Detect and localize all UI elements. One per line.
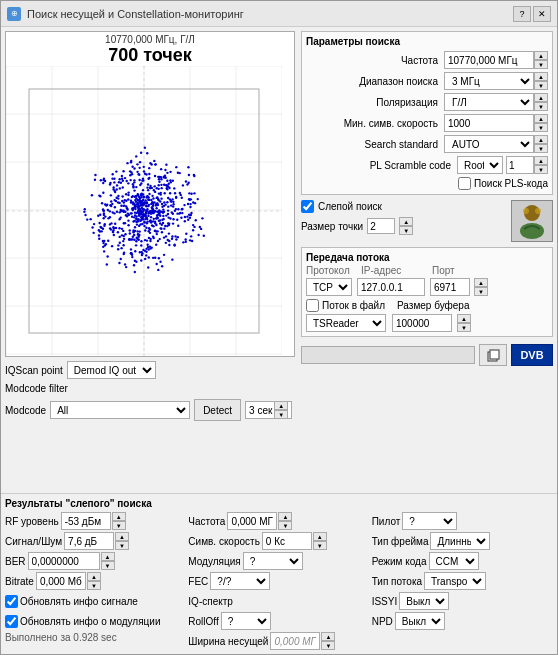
polar-spin-down[interactable]: ▼ <box>534 102 548 111</box>
carrier-spin-down[interactable]: ▼ <box>321 641 335 650</box>
ber-row: BER ▲ ▼ <box>5 552 186 570</box>
searchstd-spin-down[interactable]: ▼ <box>534 144 548 153</box>
speed-spin-down[interactable]: ▼ <box>313 541 327 550</box>
freq2-spin-up[interactable]: ▲ <box>278 512 292 521</box>
size-label: Размер точки <box>301 221 363 232</box>
searchstd-select[interactable]: AUTO <box>444 135 534 153</box>
carrier-input[interactable] <box>270 632 320 650</box>
size-spin-down[interactable]: ▼ <box>399 226 413 235</box>
freq2-spin: ▲ ▼ <box>278 512 292 530</box>
snr-input[interactable] <box>64 532 114 550</box>
proto-select[interactable]: TCP <box>306 278 352 296</box>
speed-spin-up[interactable]: ▲ <box>313 532 327 541</box>
rolloff-select[interactable]: ? <box>221 612 271 630</box>
freq-spin-up[interactable]: ▲ <box>534 51 548 60</box>
rf-row: RF уровень ▲ ▼ <box>5 512 186 530</box>
sec-spin-down[interactable]: ▼ <box>274 410 288 419</box>
minspeed-spin-down[interactable]: ▼ <box>534 123 548 132</box>
range-spin-up[interactable]: ▲ <box>534 72 548 81</box>
minspeed-input[interactable] <box>444 114 534 132</box>
bitrate-spin-up[interactable]: ▲ <box>87 572 101 581</box>
pls-spin-up[interactable]: ▲ <box>534 156 548 165</box>
carrier-spin-up[interactable]: ▲ <box>321 632 335 641</box>
ber-spin-down[interactable]: ▼ <box>101 561 115 570</box>
freq2-input[interactable] <box>227 512 277 530</box>
file-checkbox-label[interactable]: Поток в файл <box>306 299 385 312</box>
pls-mode-select[interactable]: Root <box>457 156 503 174</box>
streamtype-select[interactable]: Transport <box>424 572 486 590</box>
polar-select[interactable]: Г/Л <box>444 93 534 111</box>
freq-label: Частота <box>306 55 442 66</box>
port-spin-up[interactable]: ▲ <box>474 278 488 287</box>
coderate-label: Режим кода <box>372 556 427 567</box>
ber-spin-up[interactable]: ▲ <box>101 552 115 561</box>
pls-checkbox-label[interactable]: Поиск PLS-кода <box>458 177 548 190</box>
proto-col-label: Протокол <box>306 265 356 276</box>
iqscan-select[interactable]: Demod IQ out <box>67 361 156 379</box>
bitrate-input[interactable] <box>36 572 86 590</box>
coderate-select[interactable]: CCM <box>429 552 479 570</box>
issyi-select[interactable]: Выкл. <box>399 592 449 610</box>
svg-rect-5 <box>490 350 499 359</box>
bottom-section: Результаты "слепого" поиска RF уровень ▲… <box>1 493 557 654</box>
polar-value-group: Г/Л ▲ ▼ <box>444 93 548 111</box>
ip-input[interactable] <box>357 278 425 296</box>
issyi-label: ISSYI <box>372 596 398 607</box>
ber-label: BER <box>5 556 26 567</box>
reader-select[interactable]: TSReader <box>306 314 386 332</box>
update-signal-checkbox[interactable] <box>5 595 18 608</box>
bitrate-spin-down[interactable]: ▼ <box>87 581 101 590</box>
bitrate-row: Bitrate ▲ ▼ <box>5 572 186 590</box>
pls-checkbox[interactable] <box>458 177 471 190</box>
frame-select[interactable]: Длинный <box>430 532 490 550</box>
rf-spin-down[interactable]: ▼ <box>112 521 126 530</box>
titlebar: ⊕ Поиск несущей и Constellation-монитори… <box>1 1 557 27</box>
searchstd-spin-up[interactable]: ▲ <box>534 135 548 144</box>
pls-spin-down[interactable]: ▼ <box>534 165 548 174</box>
mod-select[interactable]: ? <box>243 552 303 570</box>
buffer-spin-down[interactable]: ▼ <box>457 323 471 332</box>
polar-spin-up[interactable]: ▲ <box>534 93 548 102</box>
minspeed-spin-up[interactable]: ▲ <box>534 114 548 123</box>
freq2-spin-down[interactable]: ▼ <box>278 521 292 530</box>
pilot-select[interactable]: ? <box>402 512 457 530</box>
reader-row: TSReader ▲ ▼ <box>306 314 548 332</box>
update-mod-label[interactable]: Обновлять инфо о модуляции <box>5 612 186 630</box>
update-mod-checkbox[interactable] <box>5 615 18 628</box>
freq-spin-down[interactable]: ▼ <box>534 60 548 69</box>
rf-input[interactable] <box>61 512 111 530</box>
snr-spin-up[interactable]: ▲ <box>115 532 129 541</box>
blind-checkbox[interactable] <box>301 200 314 213</box>
speed-value-group: ▲ ▼ <box>262 532 327 550</box>
close-button[interactable]: ✕ <box>533 6 551 22</box>
speed-input[interactable] <box>262 532 312 550</box>
fec-select[interactable]: ?/? <box>210 572 270 590</box>
npd-select[interactable]: Выкл. <box>395 612 445 630</box>
rf-spin-up[interactable]: ▲ <box>112 512 126 521</box>
range-select[interactable]: 3 МГц <box>444 72 534 90</box>
file-checkbox[interactable] <box>306 299 319 312</box>
size-input[interactable] <box>367 218 395 234</box>
modcode-select[interactable]: All <box>50 401 190 419</box>
help-button[interactable]: ? <box>513 6 531 22</box>
size-spin-up[interactable]: ▲ <box>399 217 413 226</box>
results-row5: Обновлять инфо сигнале IQ-спектр ISSYI В… <box>5 592 553 610</box>
pls-num-input[interactable] <box>506 156 534 174</box>
blind-checkbox-label[interactable]: Слепой поиск <box>301 200 507 213</box>
detect-button[interactable]: Detect <box>194 399 241 421</box>
range-spin-down[interactable]: ▼ <box>534 81 548 90</box>
copy-button[interactable] <box>479 344 507 366</box>
range-value-group: 3 МГц ▲ ▼ <box>444 72 548 90</box>
ber-value-group: ▲ ▼ <box>28 552 115 570</box>
npd-label: NPD <box>372 616 393 627</box>
buffer-spin-up[interactable]: ▲ <box>457 314 471 323</box>
ber-input[interactable] <box>28 552 100 570</box>
update-signal-label[interactable]: Обновлять инфо сигнале <box>5 592 186 610</box>
port-spin-down[interactable]: ▼ <box>474 287 488 296</box>
freq-input[interactable] <box>444 51 534 69</box>
port-input[interactable] <box>430 278 470 296</box>
sec-spin-up[interactable]: ▲ <box>274 401 288 410</box>
snr-spin-down[interactable]: ▼ <box>115 541 129 550</box>
speed-spin: ▲ ▼ <box>313 532 327 550</box>
buffer-input[interactable] <box>392 314 452 332</box>
